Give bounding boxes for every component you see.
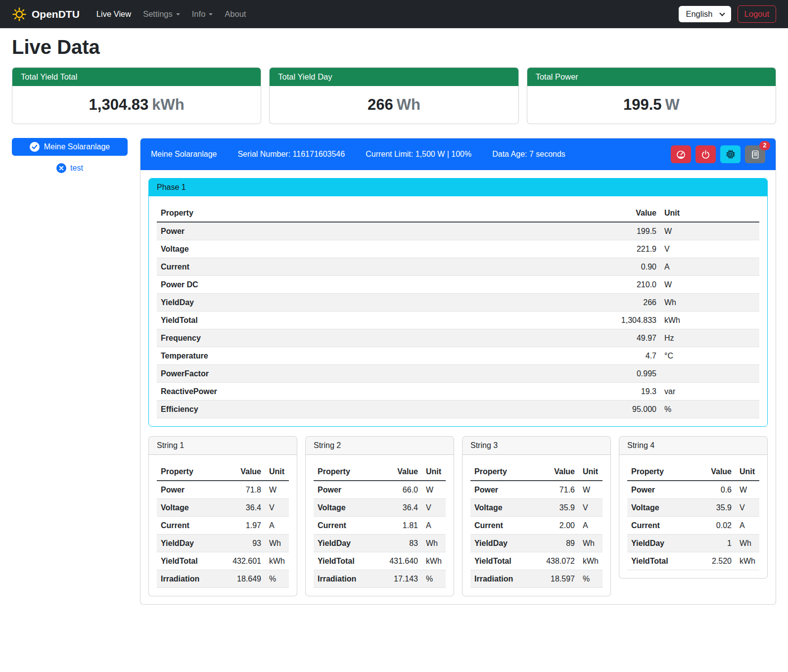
power-button[interactable] [695,145,716,163]
property-cell: Voltage [157,240,601,258]
property-cell: YieldTotal [627,552,698,570]
string-table: Property Value Unit Power0.6WVoltage35.9… [627,463,759,570]
unit-cell: A [422,517,446,535]
nav-item-info[interactable]: Info [188,5,217,23]
unit-cell: V [265,499,289,517]
unit-cell: Wh [422,535,446,552]
property-cell: Power [470,481,541,499]
table-row: Irradiation17.143% [314,570,446,588]
top-navbar: OpenDTU Live View Settings Info About En… [0,0,788,28]
table-row: YieldTotal432.601kWh [157,552,289,570]
unit-cell: kWh [422,552,446,570]
table-row: Current1.81A [314,517,446,535]
table-header-row: Property Value Unit [470,463,603,481]
table-row: YieldTotal438.072kWh [470,552,603,570]
column-header-value: Value [541,463,579,481]
unit-cell: Wh [736,535,759,552]
language-select[interactable]: English [679,6,731,22]
property-cell: Voltage [157,499,228,517]
unit-cell: Wh [579,535,603,552]
string-title: String 2 [306,437,454,455]
column-header-unit: Unit [265,463,289,481]
table-header-row: Property Value Unit [627,463,759,481]
unit-cell: A [579,517,603,535]
serial-number: Serial Number: 116171603546 [237,150,345,159]
value-cell: 1.81 [384,517,422,535]
table-row: Current1.97A [157,517,289,535]
unit-cell: V [579,499,603,517]
nav-item-settings[interactable]: Settings [139,5,184,23]
property-cell: YieldTotal [157,552,228,570]
table-row: Current0.02A [627,517,759,535]
property-cell: Irradiation [314,570,384,588]
table-row: Voltage35.9V [627,499,759,517]
table-row: Irradiation18.649% [157,570,289,588]
language-value: English [686,9,712,19]
sidebar-item-meine-solaranlage[interactable]: Meine Solaranlage [12,138,128,156]
value-cell: 0.995 [601,365,660,383]
string-2-card: String 2 Property Value Unit [305,436,454,596]
event-log-button[interactable]: 2 [745,145,765,163]
card-unit: W [665,96,679,113]
property-cell: Power [157,481,228,499]
device-info-button[interactable] [720,145,741,163]
nav-item-label: Live View [96,9,131,19]
table-row: Power DC210.0W [157,276,759,294]
unit-cell: % [422,570,446,588]
property-cell: YieldTotal [314,552,384,570]
property-cell: YieldDay [314,535,384,552]
value-cell: 432.601 [228,552,265,570]
limit-settings-button[interactable] [671,145,691,163]
column-header-value: Value [228,463,265,481]
table-row: YieldTotal1,304.833kWh [157,312,759,329]
table-row: Current0.90A [157,258,759,276]
value-cell: 221.9 [601,240,660,258]
card-value: 266 [368,96,393,113]
card-unit: kWh [152,96,184,113]
unit-cell: °C [660,347,759,365]
string-title: String 3 [463,437,610,455]
card-value: 1,304.83 [89,96,149,113]
value-cell: 36.4 [228,499,265,517]
journal-icon [750,150,760,159]
value-cell: 431.640 [384,552,422,570]
inverter-sidebar: Meine Solaranlage test [12,138,128,173]
string-3-card: String 3 Property Value Unit [462,436,611,596]
unit-cell: kWh [265,552,289,570]
value-cell: 1.97 [228,517,265,535]
inverter-panel-header: Meine Solaranlage Serial Number: 1161716… [140,138,776,170]
value-cell: 49.97 [601,329,660,347]
unit-cell: Wh [265,535,289,552]
nav-item-live-view[interactable]: Live View [93,5,135,23]
property-cell: YieldDay [627,535,698,552]
logout-button[interactable]: Logout [738,5,776,23]
column-header-unit: Unit [422,463,446,481]
unit-cell: A [265,517,289,535]
unit-cell: W [736,481,759,499]
column-header-property: Property [470,463,541,481]
property-cell: YieldTotal [157,312,601,329]
string-title: String 1 [149,437,297,455]
value-cell: 0.6 [698,481,736,499]
nav-item-about[interactable]: About [221,5,250,23]
total-yield-day-card: Total Yield Day 266Wh [269,67,518,124]
card-value: 199.5 [623,96,662,113]
table-row: Current2.00A [470,517,603,535]
unit-cell: kWh [660,312,759,329]
value-cell: 199.5 [601,222,660,240]
unit-cell: % [660,401,759,418]
card-title: Total Power [527,68,776,86]
table-row: Efficiency95.000% [157,401,759,418]
value-cell: 2.00 [541,517,579,535]
data-age: Data Age: 7 seconds [492,150,565,159]
current-limit: Current Limit: 1,500 W | 100% [366,150,471,159]
table-row: YieldDay89Wh [470,535,603,552]
sidebar-item-test[interactable]: test [12,163,128,173]
table-row: Voltage36.4V [314,499,446,517]
brand[interactable]: OpenDTU [12,7,80,22]
value-cell: 2.520 [698,552,736,570]
unit-cell: W [660,222,759,240]
unit-cell: kWh [579,552,603,570]
value-cell: 17.143 [384,570,422,588]
unit-cell: V [660,240,759,258]
